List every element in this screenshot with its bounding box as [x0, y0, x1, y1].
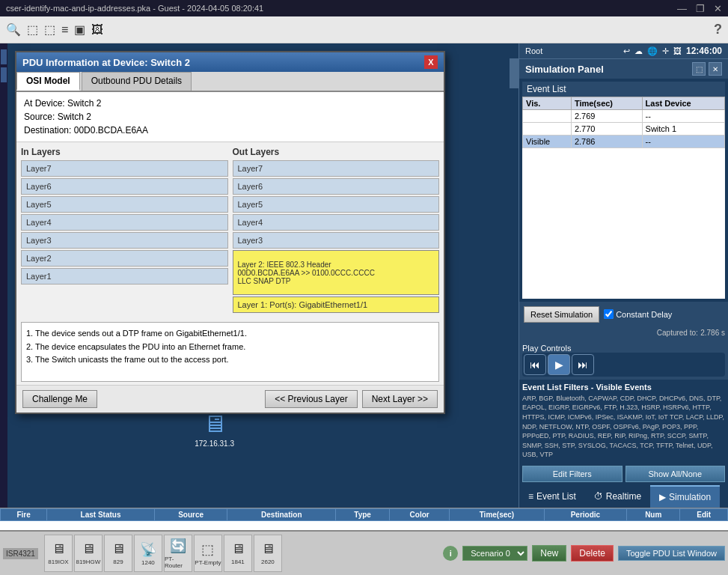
canvas-scrollbar[interactable] [510, 43, 519, 508]
device-819iox-label: 819IOX [48, 559, 68, 565]
undo-icon[interactable]: ↩ [623, 46, 630, 56]
network-device-172[interactable]: 🖥 172.16.31.3 [195, 410, 234, 448]
in-layers-column: In Layers Layer7 Layer6 Layer5 Layer4 La… [21, 147, 228, 314]
device-829-label: 829 [113, 559, 123, 565]
in-layers-title: In Layers [21, 147, 228, 157]
type-col: Type [336, 509, 390, 521]
edit-filters-btn[interactable]: Edit Filters [522, 466, 623, 482]
in-layer-3[interactable]: Layer3 [21, 232, 228, 249]
help-icon[interactable]: ? [714, 22, 722, 37]
play-back-btn[interactable]: ⏮ [524, 354, 546, 375]
out-layer-6[interactable]: Layer6 [233, 178, 440, 195]
realtime-tab[interactable]: ⏱ Realtime [585, 485, 650, 508]
globe-icon[interactable]: 🌐 [647, 46, 658, 56]
device-pt-router[interactable]: 🔄 PT-Router [164, 535, 192, 572]
list-icon[interactable]: ≡ [61, 23, 68, 37]
canvas-area: PDU Information at Device: Switch 2 X OS… [7, 43, 519, 508]
simulation-tab[interactable]: ▶ Simulation [650, 485, 720, 508]
device-2620[interactable]: 🖥 2620 [254, 535, 282, 572]
left-panel-item[interactable] [1, 67, 7, 82]
pdu-bottom-buttons: Challenge Me << Previous Layer Next Laye… [16, 385, 444, 413]
next-layer-btn[interactable]: Next Layer >> [362, 390, 438, 408]
device-829[interactable]: 🖥 829 [104, 535, 132, 572]
in-layer-7[interactable]: Layer7 [21, 160, 228, 177]
delete-scenario-btn[interactable]: Delete [571, 545, 614, 562]
scenario-info-icon[interactable]: i [443, 546, 458, 561]
edit-col: Edit [680, 509, 728, 521]
window-title: cser-identify-mac-and-ip-addresses.pka -… [6, 4, 263, 13]
sim-panel-controls: ⬚ ✕ [692, 62, 722, 76]
constant-delay-check[interactable]: Constant Delay [604, 309, 672, 319]
previous-layer-btn[interactable]: << Previous Layer [265, 390, 357, 408]
constant-delay-label: Constant Delay [616, 310, 672, 319]
search-icon[interactable]: 🔍 [6, 22, 21, 37]
router-icon: 🖥 [52, 541, 65, 557]
minimize-btn[interactable]: — [677, 3, 687, 14]
scenario-select[interactable]: Scenario 0 [462, 546, 527, 561]
out-layer-5[interactable]: Layer5 [233, 196, 440, 213]
play-btn-group: ⏮ ▶ ⏭ [522, 353, 725, 377]
simulation-icon: ▶ [659, 492, 666, 502]
toggle-pdu-btn[interactable]: Toggle PDU List Window [618, 546, 725, 561]
show-all-none-btn[interactable]: Show All/None [625, 466, 726, 482]
num-col: Num [627, 509, 680, 521]
simulation-tab-label: Simulation [669, 492, 711, 502]
event-row[interactable]: 2.770 Switch 1 [523, 123, 725, 136]
new-scenario-btn[interactable]: New [532, 545, 566, 562]
desc-line-1: 1. The device sends out a DTP frame on G… [26, 327, 434, 341]
grid-icon[interactable]: ▣ [74, 22, 85, 37]
in-layer-1[interactable]: Layer1 [21, 268, 228, 285]
image2-icon[interactable]: 🖼 [673, 46, 682, 55]
time-col: Time(sec) [450, 509, 545, 521]
out-layer-2[interactable]: Layer 2: IEEE 802.3 Header 00D0.BCDA.E6A… [233, 250, 440, 295]
out-layer-3[interactable]: Layer3 [233, 232, 440, 249]
in-layer-6[interactable]: Layer6 [21, 178, 228, 195]
filter-buttons: Edit Filters Show All/None [519, 463, 728, 485]
image-icon[interactable]: 🖼 [91, 23, 103, 37]
in-layer-4[interactable]: Layer4 [21, 214, 228, 231]
play-forward-btn[interactable]: ⏭ [572, 354, 594, 375]
captured-val: 2.786 s [700, 329, 725, 337]
sim-panel-restore-btn[interactable]: ⬚ [692, 62, 706, 76]
device-819iox[interactable]: 🖥 819IOX [44, 535, 73, 572]
out-layer-1[interactable]: Layer 1: Port(s): GigabitEthernet1/1 [233, 296, 440, 313]
window2-icon[interactable]: ⬚ [44, 22, 55, 37]
cloud-icon[interactable]: ☁ [634, 46, 643, 56]
pdu-close-btn[interactable]: X [424, 55, 438, 69]
sim-panel-close-btn[interactable]: ✕ [709, 62, 722, 76]
device-819hgw[interactable]: 🖥 819HGW [74, 535, 103, 572]
challenge-btn[interactable]: Challenge Me [22, 390, 97, 408]
osi-model-tab[interactable]: OSI Model [16, 72, 80, 91]
play-btn[interactable]: ▶ [548, 354, 570, 375]
event-vis-0 [523, 110, 572, 123]
scrollbar-thumb[interactable] [510, 58, 519, 88]
title-bar: cser-identify-mac-and-ip-addresses.pka -… [0, 0, 728, 16]
close-window-btn[interactable]: ✕ [714, 3, 722, 14]
destination-col: Destination [227, 509, 336, 521]
event-row-selected[interactable]: Visible 2.786 -- [523, 136, 725, 148]
left-panel-item[interactable] [1, 49, 7, 64]
device-1240[interactable]: 📡 1240 [134, 535, 162, 572]
device-1841[interactable]: 🖥 1841 [224, 535, 252, 572]
event-row[interactable]: 2.769 -- [523, 110, 725, 123]
constant-delay-checkbox[interactable] [604, 309, 614, 319]
window-icon[interactable]: ⬚ [27, 22, 38, 37]
out-layer-7[interactable]: Layer7 [233, 160, 440, 177]
device-pt-empty[interactable]: ⬚ PT-Empty [194, 535, 222, 572]
compass-icon[interactable]: ✛ [662, 46, 669, 56]
outbound-pdu-tab[interactable]: Outbound PDU Details [82, 72, 192, 91]
in-layer-5[interactable]: Layer5 [21, 196, 228, 213]
reset-simulation-btn[interactable]: Reset Simulation [524, 306, 599, 323]
main-area: PDU Information at Device: Switch 2 X OS… [0, 43, 728, 508]
event-list-header: Event List [522, 82, 725, 97]
event-time-0: 2.769 [571, 110, 642, 123]
event-time-2: 2.786 [571, 136, 642, 148]
source-col: Source [154, 509, 227, 521]
out-layer-4[interactable]: Layer4 [233, 214, 440, 231]
event-list-tab[interactable]: ≡ Event List [519, 485, 585, 508]
fire-col: Fire [1, 509, 47, 521]
pdu-header-info: At Device: Switch 2 Source: Switch 2 Des… [16, 92, 444, 142]
restore-btn[interactable]: ❐ [696, 3, 705, 14]
in-layer-2[interactable]: Layer2 [21, 250, 228, 267]
pdu-tabs: OSI Model Outbound PDU Details [16, 72, 444, 92]
